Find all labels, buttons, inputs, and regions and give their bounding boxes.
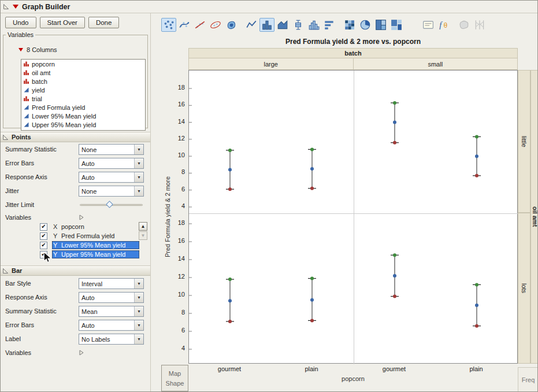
chart-title: Pred Formula yield & 2 more vs. popcorn	[188, 38, 518, 46]
bar-response-axis-select[interactable]: Auto▾	[79, 292, 144, 303]
done-button[interactable]: Done	[88, 17, 120, 28]
chart-type-ellipse-button[interactable]	[208, 18, 223, 32]
chart-type-area-button[interactable]	[275, 18, 290, 32]
chart-type-line-of-fit-button[interactable]	[192, 18, 207, 32]
formula-icon: fθ	[438, 19, 450, 31]
chart-type-treemap-button[interactable]	[373, 18, 388, 32]
continuous-column-icon	[23, 113, 29, 119]
move-up-button[interactable]: ▲	[139, 222, 147, 231]
column-item[interactable]: Lower 95% Mean yield	[21, 112, 145, 120]
row-facet-label: oil amt	[530, 70, 538, 364]
column-facet-level-small: small	[354, 58, 518, 70]
chart-type-mosaic-button[interactable]	[389, 18, 404, 32]
assignment-checkbox[interactable]: ✔	[40, 223, 47, 231]
jitter-limit-label: Jitter Limit	[5, 201, 34, 208]
plot-panel[interactable]	[188, 70, 518, 364]
points-error-bars-label: Error Bars	[5, 160, 34, 167]
points-error-bars-select[interactable]: Auto▾	[79, 158, 144, 169]
freq-drop-zone[interactable]: Freq	[518, 367, 538, 392]
chevron-down-icon: ▾	[134, 158, 143, 168]
assignment-checkbox[interactable]: ✔	[40, 232, 47, 240]
chart-type-parallel-button[interactable]	[472, 18, 487, 32]
bar-response-axis-row: Response AxisAuto▾	[1, 292, 150, 304]
column-item[interactable]: Upper 95% Mean yield	[21, 120, 145, 129]
chart-type-histogram-button[interactable]	[306, 18, 321, 32]
bar-summary-statistic-select[interactable]: Mean▾	[79, 306, 144, 317]
assignment-row: ✔Xpopcorn	[40, 222, 139, 231]
chevron-down-icon: ▾	[134, 279, 143, 289]
parallel-icon	[474, 19, 485, 31]
collapse-disclosure-icon[interactable]	[2, 134, 9, 140]
column-item[interactable]: yield	[21, 86, 145, 94]
chart-type-pareto-button[interactable]	[322, 18, 337, 32]
bar-section-header[interactable]: Bar	[1, 265, 150, 276]
variables-legend: Variables	[6, 31, 35, 38]
assignment-target[interactable]: YUpper 95% Mean yield	[52, 250, 139, 258]
chevron-down-icon: ▾	[134, 293, 143, 302]
box-plot-icon	[292, 19, 304, 31]
column-item[interactable]: trial	[21, 94, 145, 103]
assignment-role: X	[53, 223, 60, 230]
collapse-disclosure-icon[interactable]	[3, 3, 9, 10]
points-summary-statistic-row: Summary StatisticNone▾	[1, 144, 150, 156]
svg-text:f: f	[439, 20, 443, 29]
jitter-limit-slider[interactable]	[79, 199, 144, 210]
map-shape-drop-zone[interactable]: Map Shape	[161, 365, 188, 391]
variables-panel: Variables 8 Columns popcornoil amtbatchy…	[3, 31, 148, 128]
window-title: Graph Builder	[22, 3, 70, 11]
slider-thumb[interactable]	[106, 201, 113, 208]
assignment-checkbox[interactable]: ✔	[40, 242, 47, 249]
collapse-disclosure-icon[interactable]	[2, 268, 9, 274]
chart-type-formula-button[interactable]: fθ	[436, 18, 451, 32]
bar-summary-statistic-value: Mean	[79, 308, 134, 315]
chart-type-caption-box-button[interactable]	[421, 18, 436, 32]
bar-label-select[interactable]: No Labels▾	[79, 334, 144, 345]
chart-type-toolbar: fθ	[161, 18, 487, 32]
points-variables-label: Variables	[5, 214, 31, 221]
chart-type-points-button[interactable]	[161, 18, 176, 32]
points-jitter-select[interactable]: None▾	[79, 186, 144, 197]
column-facet-label: batch	[188, 48, 518, 58]
chart-type-smoother-button[interactable]	[177, 18, 192, 32]
assignment-role: Y	[53, 251, 60, 258]
column-item[interactable]: oil amt	[21, 68, 145, 77]
ellipse-icon	[210, 19, 221, 31]
chart-type-line-button[interactable]	[244, 18, 259, 32]
chart-type-heatmap-button[interactable]	[342, 18, 357, 32]
bar-response-axis-label: Response Axis	[5, 294, 47, 301]
points-response-axis-select[interactable]: Auto▾	[79, 172, 144, 183]
column-name: Lower 95% Mean yield	[32, 113, 96, 120]
start-over-button[interactable]: Start Over	[40, 17, 85, 28]
y-tick-label: 4	[169, 345, 185, 352]
points-summary-statistic-value: None	[79, 146, 134, 153]
chart-type-bar-button[interactable]	[259, 18, 274, 32]
assignment-target[interactable]: YPred Formula yield	[52, 232, 139, 240]
undo-button[interactable]: Undo	[5, 17, 36, 28]
column-item[interactable]: popcorn	[21, 60, 145, 68]
bar-bar-style-value: Interval	[79, 280, 134, 287]
points-section-header[interactable]: Points	[1, 132, 150, 142]
bar-label-value: No Labels	[79, 336, 134, 343]
chart-type-box-plot-button[interactable]	[291, 18, 306, 32]
points-summary-statistic-select[interactable]: None▾	[79, 144, 144, 155]
assignment-target[interactable]: Xpopcorn	[52, 223, 139, 231]
column-item[interactable]: Pred Formula yield	[21, 103, 145, 112]
chart-type-map-shape-button[interactable]	[457, 18, 472, 32]
chart-type-contour-button[interactable]	[224, 18, 239, 32]
column-item[interactable]: batch	[21, 77, 145, 86]
red-triangle-menu-icon[interactable]	[18, 48, 23, 51]
red-triangle-menu-icon[interactable]	[13, 5, 18, 9]
column-facet-levels: largesmall	[188, 58, 518, 70]
chart-type-pie-button[interactable]	[358, 18, 373, 32]
y-tick-label: 8	[169, 309, 185, 316]
x-tick-label: gourmet	[206, 365, 253, 372]
bar-bar-style-select[interactable]: Interval▾	[79, 278, 144, 289]
points-response-axis-label: Response Axis	[5, 173, 47, 180]
assignment-target[interactable]: YLower 95% Mean yield	[52, 241, 139, 249]
bar-error-bars-select[interactable]: Auto▾	[79, 320, 144, 331]
points-jitter-value: None	[79, 188, 134, 195]
columns-header[interactable]: 8 Columns	[18, 46, 57, 53]
y-tick-label: 16	[169, 237, 185, 244]
row-facet-level-lots: lots	[518, 213, 530, 364]
move-down-button[interactable]: ▼	[139, 231, 147, 240]
